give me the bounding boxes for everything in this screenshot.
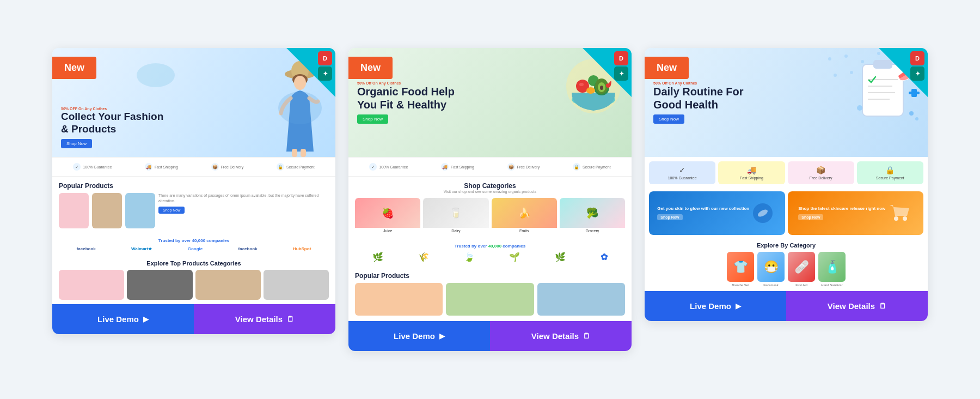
health-cat-img-2: 🩹 xyxy=(788,252,815,282)
explore-category-title: Explore By Category xyxy=(651,242,921,249)
live-demo-btn-health[interactable]: Live Demo ▶ xyxy=(645,291,786,321)
divi-icon-red-fashion: D xyxy=(318,51,332,65)
card-health-preview: New D ✦ 50% Off On Any Clothes Daily Rou… xyxy=(645,48,928,291)
trust-item-1: 🚚 Fast Shipping xyxy=(145,163,178,171)
fashion-subtitle: 50% OFF On Any Clothes xyxy=(61,107,170,111)
view-details-btn-organic[interactable]: View Details 🗒 xyxy=(490,321,632,351)
organic-icon-3: 🌱 xyxy=(509,252,520,262)
organic-hero-btn[interactable]: Shop Now xyxy=(357,114,388,124)
feature-icon-1: 🚚 xyxy=(720,166,782,174)
explore-item-1 xyxy=(127,270,192,300)
view-details-label-fashion: View Details xyxy=(235,315,283,324)
trust-item-3: 🔒 Secure Payment xyxy=(277,163,315,171)
product-desc: There are many variations of passages of… xyxy=(158,193,329,204)
cat-grocery: 🥦 Grocery xyxy=(560,198,625,234)
card-fashion: New D ✦ 50% OFF On Any Clothes Collect Y… xyxy=(52,48,335,334)
trust-label-2: Free Delivery xyxy=(221,165,244,169)
trusted-section-organic: Trusted by over 40,000 companies 🌿 🌾 🍃 🌱… xyxy=(348,239,632,267)
live-demo-label-health: Live Demo xyxy=(690,301,731,311)
organic-guarantee-icon: ✓ xyxy=(369,163,377,171)
live-demo-btn-organic[interactable]: Live Demo ▶ xyxy=(348,321,490,351)
trust-label-0: 100% Guarantee xyxy=(83,165,112,169)
organic-title: Organic Food Help You Fit & Healthy xyxy=(357,85,466,111)
doc-icon-health: 🗒 xyxy=(879,302,886,310)
brand-google: Google xyxy=(188,246,203,251)
svg-point-7 xyxy=(137,63,175,87)
fashion-title: Collect Your Fashion & Products xyxy=(61,111,170,136)
explore-title-fashion: Explore Top Products Categories xyxy=(59,260,329,267)
live-demo-btn-fashion[interactable]: Live Demo ▶ xyxy=(52,304,194,334)
explore-item-0 xyxy=(59,270,124,300)
organic-icon-5: ✿ xyxy=(601,252,608,262)
product-img-1 xyxy=(59,193,89,228)
svg-point-31 xyxy=(857,105,862,111)
health-cat-img-1: 😷 xyxy=(757,252,785,282)
health-hero-btn[interactable]: Shop Now xyxy=(653,114,684,124)
svg-point-43 xyxy=(903,216,907,221)
arrow-icon-fashion: ▶ xyxy=(143,315,149,323)
card-actions-organic: Live Demo ▶ View Details 🗒 xyxy=(348,321,632,351)
promo1-content: Get you skin to glow with our new collec… xyxy=(657,206,749,220)
trust-item-0: ✓ 100% Guarantee xyxy=(73,163,112,171)
trusted-section-fashion: Trusted by over 40,000 companies faceboo… xyxy=(52,234,335,256)
popular-products-section: Popular Products There are many variatio… xyxy=(52,177,335,234)
promo-banners-health: Get you skin to glow with our new collec… xyxy=(645,189,928,238)
trust-bar-fashion: ✓ 100% Guarantee 🚚 Fast Shipping 📦 Free … xyxy=(52,157,335,177)
organic-subtitle: 50% Off On Any Clothes xyxy=(357,81,466,85)
health-title: Daily Routine For Good Health xyxy=(653,85,762,111)
view-details-btn-fashion[interactable]: View Details 🗒 xyxy=(194,304,335,334)
feature-label-3: Secure Payment xyxy=(876,176,904,180)
health-cat-2: 🩹 First Aid xyxy=(788,252,815,287)
badge-fashion: New xyxy=(52,57,96,79)
promo2-btn[interactable]: Shop Now xyxy=(798,214,823,220)
health-cat-img-0: 👕 xyxy=(727,252,754,282)
cat-dairy-label: Dairy xyxy=(423,228,488,234)
product-btn[interactable]: Shop Now xyxy=(158,207,185,214)
fashion-hero-text: 50% OFF On Any Clothes Collect Your Fash… xyxy=(61,105,170,148)
feature-label-0: 100% Guarantee xyxy=(668,176,697,180)
badge-health: New xyxy=(645,57,689,79)
trust-label-1: Fast Shipping xyxy=(155,165,178,169)
trusted-text-organic: Trusted by over 40,000 companies xyxy=(355,244,625,249)
organic-trust-label-2: Free Delivery xyxy=(517,165,540,169)
organic-icon-4: 🌿 xyxy=(555,252,566,262)
divi-icon-red-organic: D xyxy=(614,51,628,65)
organic-delivery-icon: 📦 xyxy=(507,163,515,171)
feature-box-2: 📦 Free Delivery xyxy=(788,161,854,184)
organic-trust-label-0: 100% Guarantee xyxy=(379,165,408,169)
health-cat-1: 😷 Facemask xyxy=(757,252,785,287)
view-details-label-organic: View Details xyxy=(531,331,579,341)
svg-rect-5 xyxy=(301,149,306,157)
divi-icon-red-health: D xyxy=(910,51,924,65)
organic-trust-label-1: Fast Shipping xyxy=(451,165,474,169)
organic-trust-label-3: Secure Payment xyxy=(583,165,611,169)
popular-products-organic: Popular Products xyxy=(348,267,632,321)
cat-grocery-img: 🥦 xyxy=(560,198,625,228)
organic-trust-3: 🔒 Secure Payment xyxy=(573,163,611,171)
health-cat-label-0: Breathe Set xyxy=(732,283,749,287)
health-hero-text: 50% Off On Any Clothes Daily Routine For… xyxy=(653,81,762,124)
feature-label-2: Free Delivery xyxy=(810,176,832,180)
organic-products-grid xyxy=(355,283,625,316)
promo2-title: Shop the latest skincare release right n… xyxy=(798,206,885,211)
svg-rect-4 xyxy=(292,149,297,157)
organic-product-2 xyxy=(537,283,625,316)
promo1-btn[interactable]: Shop Now xyxy=(657,214,682,220)
feature-box-0: ✓ 100% Guarantee xyxy=(649,161,715,184)
fashion-hero-btn[interactable]: Shop Now xyxy=(61,139,92,148)
live-demo-label-fashion: Live Demo xyxy=(97,315,139,324)
product-img-2 xyxy=(92,193,122,228)
shipping-icon: 🚚 xyxy=(145,163,152,171)
organic-trust-0: ✓ 100% Guarantee xyxy=(369,163,408,171)
feature-box-3: 🔒 Secure Payment xyxy=(857,161,923,184)
cat-dairy: 🥛 Dairy xyxy=(423,198,488,234)
popular-products-title-organic: Popular Products xyxy=(355,272,625,280)
live-demo-label-organic: Live Demo xyxy=(394,331,435,341)
product-img-3 xyxy=(125,193,155,228)
explore-section-fashion: Explore Top Products Categories xyxy=(52,256,335,304)
view-details-btn-health[interactable]: View Details 🗒 xyxy=(786,291,928,321)
svg-point-29 xyxy=(909,111,914,116)
promo2-illustration xyxy=(885,200,912,227)
brand-walmart: Walmart★ xyxy=(131,246,152,251)
promo1-illustration xyxy=(749,200,776,227)
